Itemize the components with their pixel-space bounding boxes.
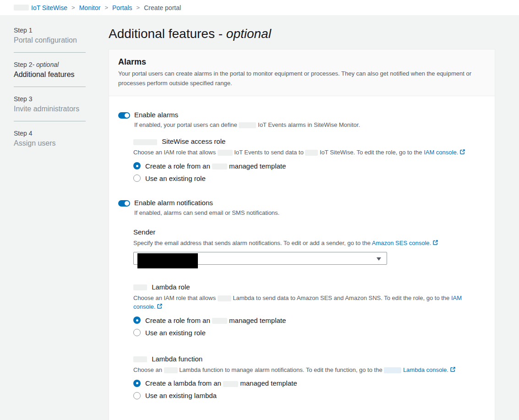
radio-use-existing-role[interactable]: Use an existing role [133,175,486,182]
step-2: Step 2- optional Additional features [14,61,109,79]
redacted-text [212,164,227,169]
toggle-knob [125,201,129,206]
redacted-text [14,5,29,11]
breadcrumb-link-portals[interactable]: Portals [112,4,132,11]
radio-create-lambda-managed-template[interactable]: Create a lambda from an managed template [133,379,486,387]
alarms-panel-description: Your portal users can create alarms in t… [118,69,486,88]
radio-label: Create a lambda from an managed template [145,379,297,387]
step-3: Step 3 Invite administrators [14,95,109,113]
lambda-function-description: Choose an Lambda function to manage alar… [133,365,486,375]
alarms-panel: Alarms Your portal users can create alar… [109,49,495,420]
external-link-icon[interactable] [459,148,465,158]
divider [14,121,86,121]
step-2-label: Step 2- optional [14,61,109,68]
radio-label: Create a role from an managed template [145,316,286,324]
breadcrumb-current: Create portal [144,4,181,11]
sidebar-item-invite-administrators[interactable]: Invite administrators [14,105,109,113]
chevron-down-icon [377,257,381,261]
external-link-icon[interactable] [432,239,438,248]
radio-use-existing-lambda-role[interactable]: Use an existing role [133,329,486,337]
redacted-text [218,295,231,301]
breadcrumb: IoT SiteWise > Monitor > Portals > Creat… [0,0,519,15]
page-title: Additional features - optional [109,27,495,41]
enable-alarms-row: Enable alarms If enabled, your portal us… [118,111,486,130]
radio-button-selected[interactable] [133,162,141,169]
enable-alarm-notifications-description: If enabled, alarms can send email or SMS… [134,208,279,218]
external-link-icon[interactable] [450,366,456,375]
lambda-function-label: Lambda function [133,355,486,363]
sender-section: Sender Specify the email address that se… [133,228,486,265]
radio-label: Use an existing role [145,175,206,182]
divider [14,52,86,53]
toggle-knob [125,113,129,118]
external-link-icon[interactable] [157,303,163,312]
radio-button-unselected[interactable] [133,175,141,182]
enable-alarm-notifications-label: Enable alarm notifications [134,199,279,207]
redacted-text [133,356,147,362]
step-4-label: Step 4 [14,130,109,137]
radio-button-selected[interactable] [133,316,141,324]
breadcrumb-link-iot-sitewise[interactable]: IoT SiteWise [31,4,67,11]
enable-alarms-label: Enable alarms [134,111,360,119]
alarms-panel-header: Alarms Your portal users can create alar… [109,49,495,96]
alarms-panel-title: Alarms [118,57,486,67]
step-4: Step 4 Assign users [14,130,109,147]
amazon-ses-console-link[interactable]: Amazon SES console. [372,240,431,246]
redacted-text [133,139,157,145]
radio-create-lambda-role-managed-template[interactable]: Create a role from an managed template [133,316,486,324]
redacted-text [223,381,238,387]
redacted-value [137,253,198,268]
step-1: Step 1 Portal configuration [14,27,109,44]
redacted-text [133,284,147,290]
radio-button-unselected[interactable] [133,392,141,399]
redacted-text [218,150,233,156]
radio-use-existing-lambda[interactable]: Use an existing lambda [133,392,486,399]
sidebar-item-assign-users[interactable]: Assign users [14,139,109,147]
enable-alarms-description: If enabled, your portal users can define… [134,120,360,130]
sitewise-access-role-section: SiteWise access role Choose an IAM role … [133,137,486,182]
sitewise-access-role-description: Choose an IAM role that allows IoT Event… [133,148,486,158]
redacted-text [305,150,318,156]
radio-label: Use an existing lambda [145,392,217,399]
lambda-role-label: Lambda role [133,283,486,291]
lambda-role-section: Lambda role Choose an IAM role that allo… [133,283,486,337]
redacted-text [212,318,227,324]
radio-label: Use an existing role [145,329,206,337]
step-1-label: Step 1 [14,27,109,34]
breadcrumb-separator: > [71,4,75,11]
breadcrumb-separator: > [104,4,108,11]
iam-console-link[interactable]: IAM console. [424,149,458,156]
redacted-text [164,367,178,373]
radio-button-selected[interactable] [133,380,141,387]
lambda-console-link[interactable]: Lambda console. [403,366,448,373]
radio-create-role-managed-template[interactable]: Create a role from an managed template [133,162,486,170]
step-2-optional: - optional [32,61,59,68]
enable-alarms-toggle[interactable] [118,112,130,119]
sidebar-item-portal-configuration[interactable]: Portal configuration [14,36,109,44]
enable-alarm-notifications-toggle[interactable] [118,200,130,207]
sender-label: Sender [133,228,486,236]
radio-button-unselected[interactable] [133,329,141,336]
radio-label: Create a role from an managed template [145,162,286,170]
steps-sidebar: Step 1 Portal configuration Step 2- opti… [0,15,109,420]
sidebar-item-additional-features: Additional features [14,71,109,79]
sender-description: Specify the email address that sends ala… [133,239,486,248]
sitewise-access-role-label: SiteWise access role [133,137,486,145]
sender-dropdown[interactable] [133,252,387,265]
divider [14,87,86,87]
lambda-function-section: Lambda function Choose an Lambda functio… [133,355,486,400]
step-3-label: Step 3 [14,95,109,103]
enable-alarm-notifications-row: Enable alarm notifications If enabled, a… [118,199,486,218]
redacted-text [239,122,256,128]
breadcrumb-link-monitor[interactable]: Monitor [79,4,101,11]
lambda-role-description: Choose an IAM role that allows Lambda to… [133,294,486,312]
breadcrumb-separator: > [137,4,140,11]
redacted-text [384,367,401,373]
